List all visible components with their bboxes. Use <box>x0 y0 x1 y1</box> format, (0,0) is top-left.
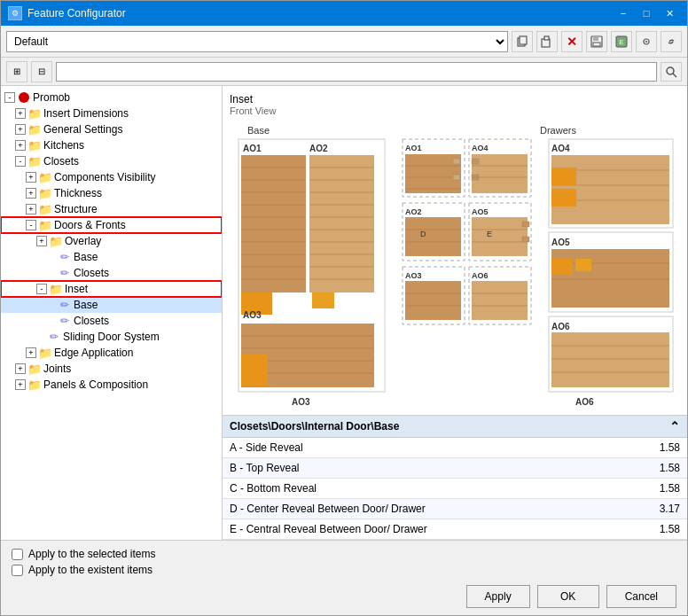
tree-item-components-visibility[interactable]: + 📁 Components Visibility <box>1 169 222 185</box>
title-bar-buttons: − □ ✕ <box>613 4 680 22</box>
table-row: A - Side Reveal 1.58 <box>223 438 687 458</box>
overlay-base-label: Base <box>74 251 98 263</box>
expand-promob[interactable]: - <box>4 92 15 103</box>
tree-item-joints[interactable]: + 📁 Joints <box>1 361 222 377</box>
action-buttons: Apply OK Cancel <box>12 585 676 608</box>
sliding-door-label: Sliding Door System <box>63 331 160 343</box>
checkbox-selected-input[interactable] <box>12 549 23 560</box>
paste-button[interactable] <box>536 31 558 52</box>
settings-button[interactable] <box>636 31 657 52</box>
expand-overlay[interactable]: + <box>36 236 47 246</box>
close-button[interactable]: ✕ <box>659 4 680 22</box>
svg-line-12 <box>673 74 676 77</box>
minimize-button[interactable]: − <box>613 4 634 22</box>
tree-item-general-settings[interactable]: + 📁 General Settings <box>1 121 222 137</box>
search-input[interactable] <box>56 62 657 82</box>
copy-button[interactable] <box>512 31 533 52</box>
checkbox-existent-items[interactable]: Apply to the existent items <box>12 564 676 576</box>
tree-item-inset-base[interactable]: ✏ Base <box>1 297 222 313</box>
tree-item-closets[interactable]: - 📁 Closets <box>1 153 222 169</box>
svg-text:AO1: AO1 <box>243 144 262 153</box>
tree-item-panels-composition[interactable]: + 📁 Panels & Composition <box>1 377 222 393</box>
diagram-svg: Base Drawers AO1 AO2 <box>230 121 682 414</box>
pencil-icon-1: ✏ <box>58 250 72 264</box>
delete-button[interactable]: ✕ <box>561 31 582 52</box>
tree-item-overlay[interactable]: + 📁 Overlay <box>1 233 222 249</box>
prop-label-d: D - Center Reveal Between Door/ Drawer <box>223 499 594 519</box>
tree-item-sliding-door[interactable]: ✏ Sliding Door System <box>1 329 222 345</box>
tree-item-promob[interactable]: - Promob <box>1 90 222 105</box>
maximize-button[interactable]: □ <box>636 4 657 22</box>
table-row-highlighted: D - Center Reveal Between Door/ Drawer 3… <box>223 499 687 519</box>
expand-joints[interactable]: + <box>15 363 26 374</box>
prop-value-d[interactable]: 3.17 <box>594 499 687 519</box>
inset-closets-label: Closets <box>74 315 109 327</box>
config-select[interactable]: Default <box>6 31 508 52</box>
link-button[interactable] <box>661 31 682 52</box>
cancel-button[interactable]: Cancel <box>606 585 676 608</box>
tree-item-structure[interactable]: + 📁 Structure <box>1 201 222 217</box>
expand-closets[interactable]: - <box>15 156 26 167</box>
folder-icon: 📁 <box>27 106 42 121</box>
svg-rect-96 <box>551 189 576 207</box>
svg-rect-95 <box>551 168 576 185</box>
expand-thickness[interactable]: + <box>26 188 36 199</box>
tree-item-thickness[interactable]: + 📁 Thickness <box>1 185 222 201</box>
properties-table: A - Side Reveal 1.58 B - Top Reveal 1.58… <box>223 438 687 540</box>
folder-icon-3: 📁 <box>27 138 42 152</box>
tree-item-edge-application[interactable]: + 📁 Edge Application <box>1 345 222 361</box>
tree-collapse-button[interactable]: ⊟ <box>31 61 52 82</box>
overlay-closets-label: Closets <box>74 267 109 279</box>
expand-inset[interactable]: - <box>36 284 47 294</box>
overlay-label: Overlay <box>65 235 101 247</box>
svg-rect-30 <box>309 155 374 292</box>
tree-expand-button[interactable]: ⊞ <box>6 61 27 82</box>
tree-item-insert-dimensions[interactable]: + 📁 Insert Dimensions <box>1 105 222 121</box>
save-button[interactable] <box>586 31 607 52</box>
svg-rect-78 <box>522 237 529 242</box>
svg-rect-18 <box>241 155 306 292</box>
main-window: ⚙ Feature Configurator − □ ✕ Default ✕ E <box>0 0 688 616</box>
bottom-bar: Apply to the selected items Apply to the… <box>1 540 687 615</box>
ok-button[interactable]: OK <box>537 585 599 608</box>
svg-rect-86 <box>472 281 528 320</box>
tree-item-kitchens[interactable]: + 📁 Kitchens <box>1 137 222 153</box>
expand-structure[interactable]: + <box>26 204 36 214</box>
svg-rect-6 <box>593 43 600 46</box>
expand-insert-dims[interactable]: + <box>15 108 26 119</box>
promob-icon <box>17 90 31 105</box>
insert-dimensions-label: Insert Dimensions <box>43 107 129 120</box>
expand-general-settings[interactable]: + <box>15 124 26 135</box>
folder-icon-9: 📁 <box>49 234 63 248</box>
prop-value-b[interactable]: 1.58 <box>594 458 687 479</box>
tree-item-inset[interactable]: - 📁 Inset <box>1 281 222 297</box>
tree-item-overlay-base[interactable]: ✏ Base <box>1 249 222 265</box>
svg-rect-106 <box>551 332 669 387</box>
expand-panels-composition[interactable]: + <box>15 379 26 390</box>
expand-doors-fronts[interactable]: - <box>26 220 36 230</box>
svg-text:AO5: AO5 <box>551 238 570 247</box>
expand-components-visibility[interactable]: + <box>26 172 36 183</box>
properties-path: Closets\Doors\Internal Door\Base <box>230 420 399 433</box>
prop-value-e[interactable]: 1.58 <box>594 519 687 540</box>
prop-value-a[interactable]: 1.58 <box>594 438 687 458</box>
checkbox-existent-input[interactable] <box>12 565 23 576</box>
prop-label-b: B - Top Reveal <box>223 458 594 479</box>
prop-label-a: A - Side Reveal <box>223 438 594 458</box>
tree-item-overlay-closets[interactable]: ✏ Closets <box>1 265 222 281</box>
svg-text:D: D <box>420 230 426 238</box>
general-settings-label: General Settings <box>43 123 122 136</box>
title-bar: ⚙ Feature Configurator − □ ✕ <box>1 1 687 26</box>
checkbox-selected-items[interactable]: Apply to the selected items <box>12 548 676 560</box>
tree-item-inset-closets[interactable]: ✏ Closets <box>1 313 222 329</box>
expand-edge-application[interactable]: + <box>26 347 36 358</box>
collapse-button[interactable]: ⌃ <box>669 419 680 433</box>
apply-button[interactable]: Apply <box>466 585 530 608</box>
export-button[interactable]: E <box>611 31 632 52</box>
prop-value-c[interactable]: 1.58 <box>594 479 687 499</box>
tree-item-doors-fronts[interactable]: - 📁 Doors & Fronts <box>1 217 222 233</box>
search-button[interactable] <box>661 62 682 82</box>
expand-kitchens[interactable]: + <box>15 140 26 151</box>
folder-icon-6: 📁 <box>38 186 52 200</box>
joints-label: Joints <box>43 363 71 375</box>
